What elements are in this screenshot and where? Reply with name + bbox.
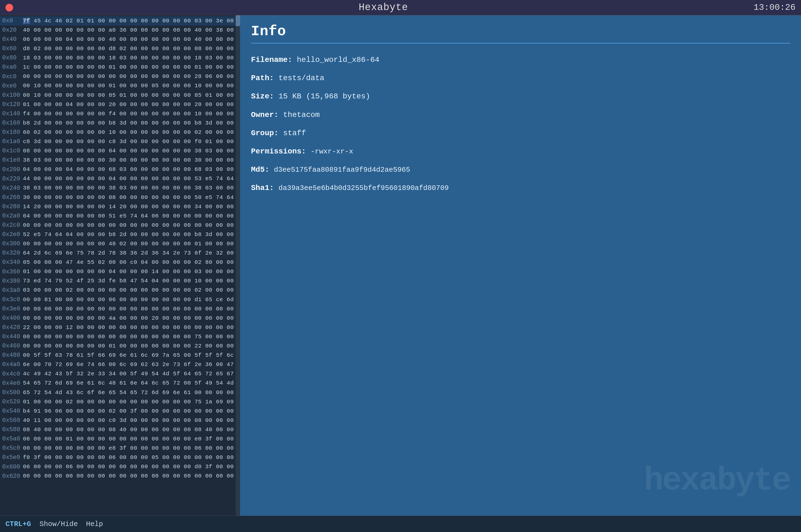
hex-address: 0x3e0 [2, 304, 23, 314]
hex-bytes[interactable]: 00 10 00 00 00 00 00 00 01 00 00 00 05 0… [23, 81, 240, 91]
hex-bytes[interactable]: 40 11 00 00 00 00 00 00 c0 3d 00 00 00 0… [23, 416, 240, 425]
hex-bytes[interactable]: 64 2d 6c 69 6e 75 78 2d 78 38 36 2d 36 3… [23, 249, 240, 258]
hex-row: 0x32064 2d 6c 69 6e 75 78 2d 78 38 36 2d… [0, 249, 240, 258]
md5-label: Md5: [251, 166, 269, 174]
hex-row: 0x1a0c8 3d 00 00 00 00 00 00 c8 3d 00 00… [0, 137, 240, 146]
hex-address: 0x3a0 [2, 286, 23, 295]
hex-row: 0x20004 00 00 00 04 00 00 00 68 03 00 00… [0, 165, 240, 174]
scrollbar[interactable] [236, 15, 240, 516]
hex-bytes[interactable]: 00 00 00 00 00 00 00 00 00 00 00 00 00 0… [23, 72, 240, 81]
hex-bytes[interactable]: 00 00 00 00 00 00 00 00 48 02 00 00 00 0… [23, 240, 240, 249]
hex-bytes[interactable]: 52 e5 74 64 04 00 00 00 b8 2d 00 00 00 0… [23, 230, 240, 239]
hex-address: 0x5c0 [2, 444, 23, 453]
hex-bytes[interactable]: f0 3f 00 00 00 00 00 00 06 00 00 00 05 0… [23, 453, 240, 462]
group-label: Group: [251, 129, 278, 137]
hex-bytes[interactable]: 7f 45 4c 46 02 01 01 00 00 00 00 00 00 0… [23, 17, 240, 26]
owner-value: thetacom [283, 111, 320, 119]
hex-bytes[interactable]: b8 2d 00 00 00 00 00 00 b8 3d 00 00 00 0… [23, 119, 240, 128]
hex-bytes[interactable]: 01 00 00 00 04 00 00 00 20 00 00 00 00 0… [23, 100, 240, 109]
hex-row: 0xa01c 00 00 00 00 00 00 00 01 00 00 00 … [0, 63, 240, 72]
hex-bytes[interactable]: 40 00 00 00 00 00 00 00 a0 36 00 00 00 0… [23, 26, 240, 35]
hex-row: 0x2a004 00 00 00 00 00 00 00 51 e5 74 64… [0, 211, 240, 221]
hex-bytes[interactable]: 06 00 00 00 04 00 00 00 40 00 00 00 00 0… [23, 35, 240, 44]
hex-bytes[interactable]: 05 00 00 00 47 4e 55 02 00 00 c0 04 00 0… [23, 258, 240, 267]
hex-address: 0x340 [2, 258, 23, 267]
hex-row: 0x30000 00 00 00 00 00 00 00 48 02 00 00… [0, 239, 240, 249]
sha1-row: Sha1: da39a3ee5e6b4b0d3255bfef95601890af… [251, 183, 790, 193]
shortcut1-key: CTRL+G [5, 520, 31, 528]
hex-bytes[interactable]: c8 3d 00 00 00 00 00 00 c8 3d 00 00 00 0… [23, 137, 240, 146]
hex-bytes[interactable]: 00 00 00 00 00 00 00 00 e8 3f 00 00 00 0… [23, 444, 240, 453]
hex-bytes[interactable]: 04 00 00 00 00 00 00 00 51 e5 74 64 06 0… [23, 212, 240, 221]
hex-bytes[interactable]: 04 00 00 00 04 00 00 00 68 03 00 00 00 0… [23, 165, 240, 174]
hex-content: 0x07f 45 4c 46 02 01 01 00 00 00 00 00 0… [0, 15, 240, 482]
shortcut1-label: Show/Hide [40, 520, 78, 528]
scrollbar-thumb[interactable] [236, 15, 240, 26]
hex-address: 0x300 [2, 239, 23, 249]
hex-bytes[interactable]: 08 40 00 00 00 00 00 00 08 40 00 00 00 0… [23, 425, 240, 434]
hex-address: 0x500 [2, 388, 23, 397]
hex-address: 0x420 [2, 323, 23, 332]
hex-bytes[interactable]: 00 5f 5f 63 78 61 5f 66 69 6e 61 6c 69 7… [23, 351, 240, 360]
hex-bytes[interactable]: 00 00 00 00 00 00 00 00 00 00 00 00 00 0… [23, 221, 240, 230]
hex-bytes[interactable]: 38 03 00 00 00 00 00 00 38 03 00 00 00 0… [23, 184, 240, 193]
hex-bytes[interactable]: 00 00 00 00 00 00 00 00 00 00 00 00 00 0… [23, 472, 240, 481]
hex-row: 0x5c000 00 00 00 00 00 00 00 e8 3f 00 00… [0, 444, 240, 453]
hex-row: 0x140f4 00 00 00 00 00 00 00 f4 00 00 00… [0, 109, 240, 118]
hex-address: 0x280 [2, 202, 23, 211]
hex-bytes[interactable]: d8 02 00 00 00 00 00 00 d8 02 00 00 00 0… [23, 44, 240, 53]
hex-bytes[interactable]: 18 03 00 00 00 00 00 00 18 03 00 00 00 0… [23, 54, 240, 63]
hex-bytes[interactable]: 73 ed 74 79 52 4f 25 3d fe b8 47 54 04 0… [23, 277, 240, 286]
close-button[interactable] [5, 4, 13, 12]
permissions-label: Permissions: [251, 147, 306, 156]
group-value: staff [283, 129, 306, 137]
hex-address: 0x260 [2, 193, 23, 202]
hex-row: 0x50065 72 54 4d 43 6c 6f 6e 65 54 65 72… [0, 388, 240, 397]
hex-bytes[interactable]: 00 00 00 00 00 00 00 00 00 00 00 00 00 0… [23, 332, 240, 342]
hex-row: 0x24038 03 00 00 00 00 00 00 38 03 00 00… [0, 184, 240, 193]
title-bar: Hexabyte 13:00:26 [0, 0, 801, 15]
hex-bytes[interactable]: 00 00 81 00 00 00 00 00 06 00 00 00 00 0… [23, 296, 240, 304]
permissions-value: -rwxr-xr-x [310, 148, 353, 156]
hex-bytes[interactable]: 03 00 00 00 02 00 00 00 00 00 00 00 00 0… [23, 286, 240, 295]
hex-bytes[interactable]: 00 00 00 00 00 00 00 00 01 00 00 00 00 0… [23, 342, 240, 351]
owner-label: Owner: [251, 111, 278, 119]
permissions-row: Permissions: -rwxr-xr-x [251, 146, 790, 157]
hex-address: 0x1c0 [2, 146, 23, 156]
hex-bytes[interactable]: 44 00 00 00 00 00 00 00 04 00 00 00 00 0… [23, 174, 240, 184]
hex-bytes[interactable]: 30 00 00 00 00 00 00 00 08 00 00 00 00 0… [23, 193, 240, 202]
hex-panel[interactable]: 0x07f 45 4c 46 02 01 01 00 00 00 00 00 0… [0, 15, 240, 516]
hex-address: 0x480 [2, 351, 23, 360]
hex-bytes[interactable]: 08 00 00 00 00 00 00 00 04 00 00 00 00 0… [23, 147, 240, 156]
hex-bytes[interactable]: 14 20 00 00 00 00 00 00 14 20 00 00 00 0… [23, 203, 240, 211]
hex-address: 0x100 [2, 91, 23, 100]
hex-bytes[interactable]: b4 91 96 06 00 00 00 00 02 00 3f 00 00 0… [23, 407, 240, 416]
hex-address: 0x240 [2, 184, 23, 193]
hex-bytes[interactable]: 4c 49 42 43 5f 32 2e 33 34 00 5f 49 54 4… [23, 369, 240, 379]
hex-bytes[interactable]: 1c 00 00 00 00 00 00 00 01 00 00 00 00 0… [23, 63, 240, 72]
hex-row: 0x160b8 2d 00 00 00 00 00 00 b8 3d 00 00… [0, 118, 240, 128]
hex-row: 0x36001 00 00 00 00 00 00 00 04 00 00 00… [0, 267, 240, 277]
hex-address: 0x220 [2, 174, 23, 184]
hex-bytes[interactable]: 60 02 00 00 00 00 00 00 10 00 00 00 00 0… [23, 128, 240, 137]
app-title: Hexabyte [359, 2, 408, 13]
hex-bytes[interactable]: 65 72 54 4d 43 6c 6f 6e 65 54 65 72 6d 6… [23, 388, 240, 397]
hex-bytes[interactable]: 00 00 00 00 00 00 00 00 4a 00 00 00 20 0… [23, 314, 240, 323]
hex-address: 0x120 [2, 100, 23, 109]
hex-bytes[interactable]: 01 00 00 00 00 00 00 00 04 00 00 00 14 0… [23, 267, 240, 277]
hex-bytes[interactable]: 01 00 00 00 02 00 00 00 00 00 00 00 00 0… [23, 398, 240, 406]
hex-bytes[interactable]: 06 00 00 00 06 00 00 00 00 00 00 00 00 0… [23, 462, 240, 472]
hex-bytes[interactable]: 00 10 00 00 00 00 00 00 85 01 00 00 00 0… [23, 91, 240, 100]
hex-row: 0x2e052 e5 74 64 04 00 00 00 b8 2d 00 00… [0, 230, 240, 239]
hex-bytes[interactable]: f4 00 00 00 00 00 00 00 f4 00 00 00 00 0… [23, 110, 240, 118]
hex-bytes[interactable]: 06 00 00 00 01 00 00 00 00 00 00 00 00 0… [23, 435, 240, 444]
hex-bytes[interactable]: 00 00 00 00 00 00 00 00 00 00 00 00 00 0… [23, 305, 240, 314]
shortcut2-label: Help [86, 520, 103, 528]
hex-row: 0x42022 00 00 00 12 00 00 00 00 00 00 00… [0, 323, 240, 332]
hex-bytes[interactable]: 38 03 00 00 00 00 00 00 30 00 00 00 00 0… [23, 156, 240, 165]
hex-address: 0x0 [2, 16, 23, 26]
hex-address: 0x520 [2, 397, 23, 406]
hex-bytes[interactable]: 22 00 00 00 12 00 00 00 00 00 00 00 00 0… [23, 323, 240, 332]
hex-bytes[interactable]: 54 65 72 6d 69 6e 61 6c 48 61 6e 64 6c 6… [23, 379, 240, 388]
hex-bytes[interactable]: 6e 00 70 72 69 6e 74 66 00 6c 69 62 63 2… [23, 360, 240, 369]
